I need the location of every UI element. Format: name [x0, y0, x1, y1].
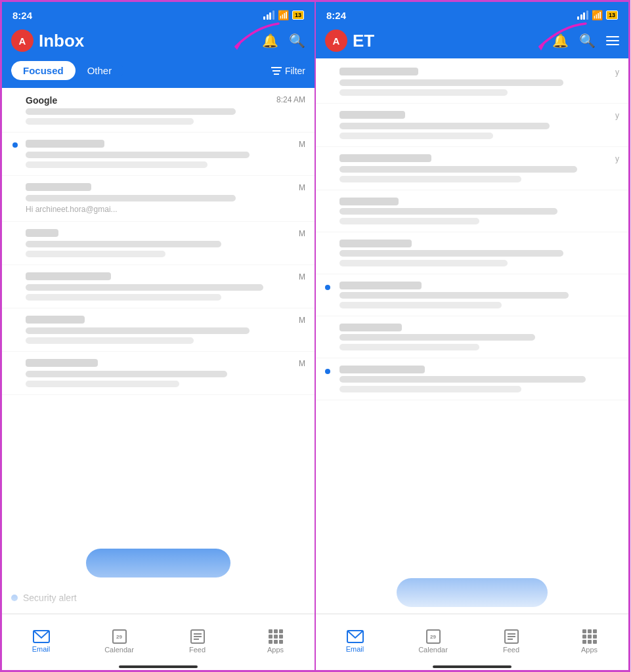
right-email-item-5[interactable] — [316, 232, 628, 274]
right-phone-screen: 8:24 📶 13 A ET 🔔 🔍 — [315, 0, 630, 672]
subject-blur — [26, 371, 227, 377]
left-nav-calendar[interactable]: 29 Calendar — [100, 629, 139, 654]
left-email-item-7[interactable]: M — [2, 352, 315, 395]
email-content — [339, 366, 619, 392]
left-bell-icon[interactable]: 🔔 — [262, 33, 278, 49]
focused-tab[interactable]: Focused — [11, 61, 76, 80]
left-tab-group: Focused Other — [11, 61, 123, 80]
right-menu-icon[interactable] — [606, 36, 619, 45]
filter-button[interactable]: Filter — [271, 66, 305, 76]
sender-blur — [339, 111, 405, 119]
left-header-icons: 🔔 🔍 — [262, 33, 305, 49]
left-email-item-2[interactable]: M — [2, 133, 315, 176]
right-email-list[interactable]: y y — [316, 58, 628, 614]
security-dot — [11, 595, 18, 601]
right-header-icons: 🔔 🔍 — [552, 33, 619, 49]
right-email-item-6[interactable] — [316, 274, 628, 316]
subject-blur — [26, 152, 250, 158]
preview-blur — [339, 302, 502, 308]
subject-blur — [339, 79, 563, 86]
left-header-title: Inbox — [39, 31, 257, 51]
preview-blur — [26, 381, 179, 387]
sender-blur — [339, 366, 425, 373]
left-nav-email[interactable]: Email — [22, 630, 61, 653]
right-avatar[interactable]: A — [325, 30, 347, 52]
left-status-time: 8:24 — [12, 10, 32, 21]
left-avatar[interactable]: A — [11, 30, 33, 52]
left-nav-feed-label: Feed — [189, 646, 206, 654]
subject-blur — [26, 284, 263, 291]
email-content: y — [339, 154, 619, 182]
left-nav-feed[interactable]: Feed — [178, 629, 217, 654]
right-nav-apps[interactable]: Apps — [570, 629, 609, 654]
right-nav-calendar[interactable]: 29 Calendar — [414, 629, 453, 654]
left-compose-button[interactable] — [86, 549, 230, 578]
sender-blur — [339, 198, 399, 205]
left-nav-apps[interactable]: Apps — [256, 629, 295, 654]
right-compose-button[interactable] — [397, 578, 548, 607]
sender-blur — [26, 316, 85, 324]
left-email-item-google[interactable]: Google 8:24 AM — [2, 88, 315, 133]
app-container: 8:24 📶 13 A Inbox 🔔 🔍 — [0, 0, 631, 672]
email-content: M — [26, 316, 305, 344]
email-content: M — [26, 272, 305, 301]
preview-blur — [339, 176, 521, 182]
left-email-item-6[interactable]: M — [2, 308, 315, 352]
unread-dot — [12, 142, 18, 148]
sender-blur — [339, 324, 402, 331]
unread-dot — [325, 369, 330, 374]
right-email-item-7[interactable] — [316, 316, 628, 358]
preview-blur — [339, 218, 479, 224]
subject-blur — [339, 292, 569, 299]
email-time: 8:24 AM — [276, 95, 305, 106]
right-nav-email[interactable]: Email — [336, 630, 375, 653]
calendar-nav-icon: 29 — [426, 629, 441, 644]
right-email-item-8[interactable] — [316, 358, 628, 400]
sender-blur — [26, 183, 91, 191]
home-bar — [119, 665, 198, 668]
preview-text: Hi archineet.hora@gmai... — [26, 205, 305, 214]
email-content: M — [26, 229, 305, 257]
left-search-icon[interactable]: 🔍 — [289, 33, 305, 49]
email-content: M Hi archineet.hora@gmai... — [26, 183, 305, 214]
preview-blur — [339, 344, 479, 350]
left-email-item-4[interactable]: M — [2, 222, 315, 265]
feed-nav-icon — [504, 629, 519, 644]
subject-blur — [339, 166, 577, 173]
subject-blur — [339, 376, 586, 383]
left-email-item-5[interactable]: M — [2, 265, 315, 308]
right-email-item-1[interactable]: y — [316, 58, 628, 104]
left-home-indicator — [2, 666, 315, 670]
email-nav-icon — [347, 630, 364, 643]
preview-blur — [339, 89, 508, 96]
right-nav-feed[interactable]: Feed — [492, 629, 531, 654]
left-battery-badge: 13 — [292, 10, 304, 20]
security-alert-row[interactable]: Security alert — [2, 589, 315, 607]
email-nav-icon — [33, 630, 50, 643]
email-content: M — [26, 140, 305, 168]
email-content: M — [26, 359, 305, 387]
other-tab[interactable]: Other — [76, 61, 124, 80]
calendar-nav-icon: 29 — [112, 629, 127, 644]
subject-blur — [26, 241, 221, 247]
left-email-list[interactable]: Google 8:24 AM M — [2, 88, 315, 614]
right-status-icons: 📶 13 — [577, 10, 618, 20]
right-email-item-2[interactable]: y — [316, 104, 628, 147]
email-sender: Google — [26, 95, 57, 106]
right-status-time: 8:24 — [326, 10, 346, 21]
filter-label: Filter — [285, 66, 305, 76]
right-email-item-3[interactable]: y — [316, 147, 628, 190]
preview-blur — [26, 251, 165, 257]
preview-blur — [339, 386, 521, 392]
right-bell-icon[interactable]: 🔔 — [552, 33, 569, 49]
left-filter-bar: Focused Other Filter — [2, 58, 315, 88]
subject-blur — [339, 123, 550, 129]
apps-nav-icon — [269, 629, 283, 644]
right-email-item-4[interactable] — [316, 190, 628, 232]
left-status-bar: 8:24 📶 13 — [2, 2, 315, 26]
subject-blur — [339, 208, 557, 215]
left-email-item-3[interactable]: M Hi archineet.hora@gmai... — [2, 176, 315, 222]
sender-blur — [339, 68, 418, 75]
right-nav-apps-label: Apps — [581, 646, 598, 654]
right-search-icon[interactable]: 🔍 — [579, 33, 596, 49]
